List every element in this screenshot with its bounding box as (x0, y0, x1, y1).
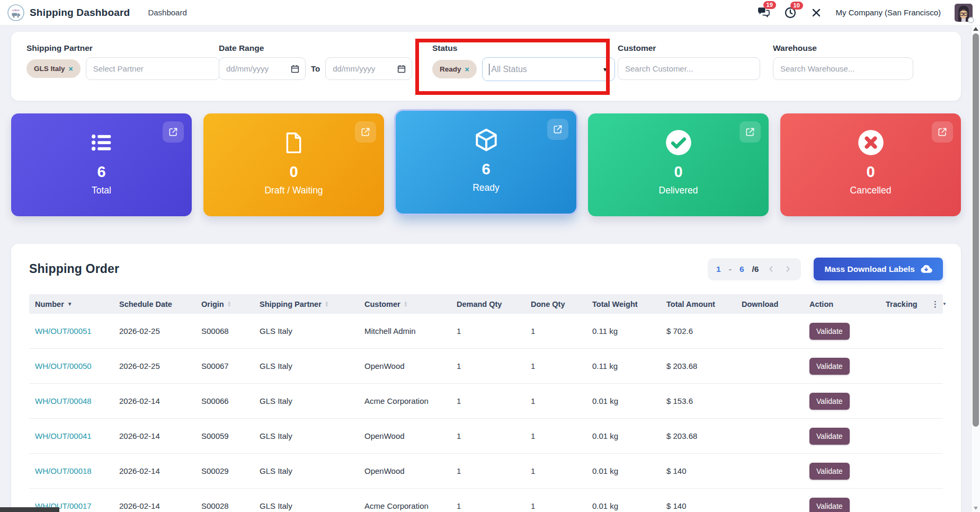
order-number-link[interactable]: WH/OUT/00050 (35, 361, 92, 370)
sort-icon: ▲▼ (404, 301, 408, 307)
tools-button[interactable] (810, 7, 822, 19)
prev-page-button[interactable] (767, 264, 776, 273)
table-row: WH/OUT/00050 2026-02-25 S00067 GLS Italy… (29, 349, 943, 384)
company-switcher[interactable]: My Company (San Francisco) (836, 8, 941, 17)
open-ready-button[interactable] (547, 119, 568, 140)
warehouse-search-input[interactable] (773, 57, 913, 80)
customer-search-input[interactable] (618, 57, 760, 80)
date-from-field[interactable] (219, 57, 306, 80)
app-title: Shipping Dashboard (30, 7, 130, 19)
page-separator: - (729, 264, 732, 274)
table-row: WH/OUT/00041 2026-02-14 S00059 GLS Italy… (29, 419, 943, 454)
activities-badge: 10 (790, 2, 803, 10)
sort-icon: ▲▼ (227, 301, 231, 307)
stat-cards-row: 6 Total 0 Draft / Waiting 6 Ready (11, 113, 961, 216)
page-start[interactable]: 1 (716, 264, 721, 274)
validate-button[interactable]: Validate (809, 393, 850, 410)
card-delivered[interactable]: 0 Delivered (588, 113, 769, 216)
col-number[interactable]: Number▼ (29, 300, 113, 308)
table-row: WH/OUT/00051 2026-02-25 S00068 GLS Italy… (29, 314, 943, 349)
text-cursor (489, 64, 490, 75)
menu-dashboard[interactable]: Dashboard (148, 8, 186, 17)
col-origin[interactable]: Origin▲▼ (195, 300, 254, 308)
validate-button[interactable]: Validate (809, 323, 850, 340)
validate-button[interactable]: Validate (809, 358, 850, 375)
validate-button[interactable]: Validate (809, 428, 850, 445)
chevron-down-icon: ▼ (602, 66, 608, 73)
external-link-icon (745, 127, 755, 137)
status-select[interactable]: All Status ▼ (482, 57, 615, 81)
scrollbar-thumb[interactable] (973, 33, 979, 427)
next-page-button[interactable] (783, 264, 792, 273)
open-draft-button[interactable] (355, 121, 376, 143)
pagination: 1 - 6 /6 (708, 258, 801, 280)
top-bar: odoo Shipping Dashboard Dashboard 19 10 (0, 0, 980, 25)
check-circle-icon (665, 129, 692, 156)
warehouse-label: Warehouse (773, 43, 817, 53)
date-to-field[interactable] (325, 57, 412, 80)
customer-label: Customer (618, 43, 656, 53)
remove-tag-icon[interactable]: × (69, 65, 73, 73)
order-number-link[interactable]: WH/OUT/00018 (35, 466, 92, 475)
chevron-right-icon (783, 264, 792, 273)
ready-count: 6 (396, 161, 576, 178)
activities-button[interactable]: 10 (784, 6, 797, 19)
page-total: /6 (752, 264, 759, 274)
scroll-down-arrow-icon[interactable] (974, 507, 978, 510)
shipping-orders-panel: Shipping Order 1 - 6 /6 Mass Download La… (11, 244, 961, 512)
shipping-partner-label: Shipping Partner (26, 43, 93, 53)
col-schedule-date[interactable]: Schedule Date (113, 300, 195, 308)
messages-badge: 19 (763, 1, 776, 9)
draft-label: Draft / Waiting (203, 185, 384, 196)
card-ready-selected[interactable]: 6 Ready (396, 111, 576, 214)
col-action: Action (804, 300, 880, 308)
list-icon (90, 130, 114, 155)
total-count: 6 (11, 163, 192, 181)
crossed-tools-icon (810, 7, 822, 19)
shipping-partner-tag[interactable]: GLS Italy × (26, 59, 81, 78)
col-total-weight[interactable]: Total Weight (586, 300, 661, 308)
validate-button[interactable]: Validate (809, 463, 850, 480)
delivered-count: 0 (588, 163, 769, 181)
order-number-link[interactable]: WH/OUT/00048 (35, 396, 92, 405)
table-row: WH/OUT/00018 2026-02-14 S00029 GLS Italy… (29, 454, 943, 489)
external-link-icon (553, 124, 563, 135)
sort-desc-icon: ▼ (67, 301, 73, 307)
vertical-scrollbar[interactable] (971, 25, 980, 512)
external-link-icon (360, 127, 371, 137)
card-draft-waiting[interactable]: 0 Draft / Waiting (203, 113, 384, 216)
date-from-input[interactable] (219, 57, 306, 80)
remove-tag-icon[interactable]: × (465, 65, 469, 74)
col-demand-qty[interactable]: Demand Qty (451, 300, 525, 308)
col-tracking: Tracking (880, 300, 925, 308)
app-logo-icon: odoo (7, 4, 24, 21)
mass-download-labels-button[interactable]: Mass Download Labels (814, 258, 943, 280)
file-icon (282, 131, 306, 155)
messages-button[interactable]: 19 (757, 6, 770, 19)
col-customer[interactable]: Customer▲▼ (359, 300, 451, 308)
scroll-up-arrow-icon[interactable] (973, 27, 978, 31)
col-total-amount[interactable]: Total Amount (661, 300, 736, 308)
delivered-label: Delivered (588, 185, 769, 196)
date-to-input[interactable] (325, 57, 412, 80)
open-cancelled-button[interactable] (932, 121, 953, 143)
col-shipping-partner[interactable]: Shipping Partner▲▼ (254, 300, 359, 308)
open-total-button[interactable] (163, 121, 184, 143)
card-total[interactable]: 6 Total (11, 113, 192, 216)
shipping-partner-input[interactable] (86, 57, 220, 80)
date-range-label: Date Range (219, 43, 264, 53)
card-cancelled[interactable]: 0 Cancelled (780, 113, 961, 216)
open-delivered-button[interactable] (740, 121, 761, 143)
cancelled-count: 0 (780, 163, 961, 181)
orders-title: Shipping Order (29, 262, 119, 276)
page-end[interactable]: 6 (740, 264, 744, 274)
col-done-qty[interactable]: Done Qty (525, 300, 586, 308)
column-options-button[interactable]: ⋮▼ (925, 299, 950, 309)
chevron-left-icon (767, 264, 776, 273)
order-number-link[interactable]: WH/OUT/00041 (35, 431, 92, 440)
total-label: Total (11, 185, 192, 196)
status-tag[interactable]: Ready × (432, 60, 477, 78)
validate-button[interactable]: Validate (809, 498, 850, 512)
user-avatar[interactable] (955, 4, 973, 22)
order-number-link[interactable]: WH/OUT/00051 (35, 326, 92, 336)
